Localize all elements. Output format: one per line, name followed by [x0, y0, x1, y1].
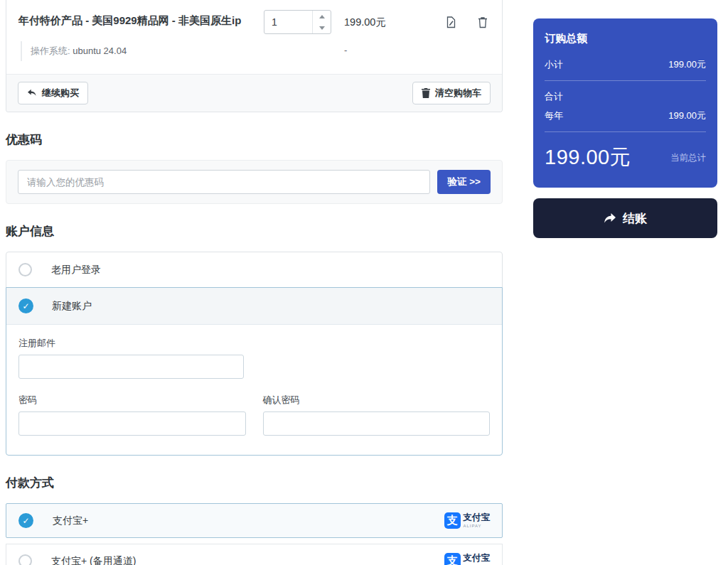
subtotal-label: 小计	[545, 58, 563, 71]
product-price: 199.00元	[331, 10, 445, 29]
new-account-label: 新建账户	[52, 300, 92, 313]
cycle-row: 每年 199.00元	[545, 109, 706, 122]
clear-cart-button[interactable]: 清空购物车	[412, 82, 491, 104]
payment-option-alipay-backup[interactable]: 支付宝+ (备用通道) 支 支付宝 ALIPAY	[6, 544, 503, 565]
config-price: -	[331, 41, 445, 61]
coupon-input[interactable]	[18, 170, 430, 194]
reply-arrow-icon	[27, 89, 37, 97]
checkout-label: 结账	[623, 210, 647, 227]
payment-heading: 付款方式	[6, 475, 503, 491]
validate-coupon-button[interactable]: 验证 >>	[437, 170, 491, 194]
checkout-button[interactable]: 结账	[533, 198, 717, 238]
clear-cart-label: 清空购物车	[435, 87, 481, 99]
option-existing-user[interactable]: 老用户登录	[6, 252, 503, 288]
alipay-mark-icon: 支	[444, 553, 461, 565]
summary-title: 订购总额	[545, 32, 706, 45]
radio-selected-icon[interactable]: ✓	[18, 513, 33, 528]
alipay-logo-cn: 支付宝	[464, 554, 491, 563]
radio-selected-icon[interactable]: ✓	[18, 298, 33, 313]
cycle-value: 199.00元	[668, 109, 706, 122]
continue-shopping-label: 继续购买	[42, 87, 79, 99]
payment-option-alipay[interactable]: ✓ 支付宝+ 支 支付宝 ALIPAY	[6, 503, 503, 538]
order-summary-card: 订购总额 小计 199.00元 合计 每年 199.00元 199.00元 当前…	[533, 18, 717, 188]
cart-card: 年付特价产品 - 美国9929精品网 - 非美国原生ip 1 199.00元	[6, 0, 503, 112]
product-title: 年付特价产品 - 美国9929精品网 - 非美国原生ip	[18, 10, 264, 28]
edit-item-button[interactable]	[446, 16, 456, 28]
alipay-logo-icon: 支 支付宝 ALIPAY	[444, 553, 491, 565]
config-value: ubuntu 24.04	[73, 45, 127, 56]
quantity-up-button[interactable]	[313, 11, 331, 22]
account-section: 老用户登录 ✓ 新建账户 注册邮件 密码 确认密码	[6, 252, 503, 456]
radio-unselected-icon[interactable]	[18, 263, 32, 276]
alipay-mark-icon: 支	[444, 512, 461, 529]
cart-footer: 继续购买 清空购物车	[6, 74, 502, 112]
alipay-logo-en: ALIPAY	[464, 524, 491, 528]
total-label-row: 合计	[545, 90, 706, 103]
total-label: 合计	[545, 90, 563, 103]
row-actions	[445, 10, 490, 28]
chevron-down-icon	[319, 26, 325, 30]
trash-filled-icon	[422, 88, 430, 98]
forward-arrow-icon	[604, 212, 616, 224]
cycle-label: 每年	[545, 109, 563, 122]
edit-file-icon	[446, 20, 456, 31]
email-field[interactable]	[18, 355, 244, 379]
alipay-logo-cn: 支付宝	[464, 513, 491, 522]
register-block: ✓ 新建账户 注册邮件 密码 确认密码	[6, 287, 503, 456]
radio-unselected-icon[interactable]	[18, 554, 32, 565]
config-label: 操作系统:	[31, 45, 70, 56]
grand-total-label: 当前总计	[670, 152, 706, 164]
subtotal-value: 199.00元	[668, 58, 706, 71]
trash-icon	[478, 20, 488, 31]
item-config-row: 操作系统: ubuntu 24.04 -	[6, 38, 502, 74]
email-label: 注册邮件	[18, 337, 490, 350]
payment-option-label: 支付宝+ (备用通道)	[51, 555, 425, 565]
divider	[545, 131, 706, 132]
payment-option-label: 支付宝+	[53, 515, 425, 527]
confirm-password-label: 确认密码	[263, 394, 491, 407]
payment-section: ✓ 支付宝+ 支 支付宝 ALIPAY 支付宝+ (备用通道) 支 支付宝	[6, 503, 503, 565]
subtotal-row: 小计 199.00元	[545, 58, 706, 71]
account-form: 注册邮件 密码 确认密码	[6, 325, 502, 455]
order-summary-sidebar: 订购总额 小计 199.00元 合计 每年 199.00元 199.00元 当前…	[533, 18, 717, 238]
alipay-logo-icon: 支 支付宝 ALIPAY	[444, 512, 491, 529]
grand-total-row: 199.00元 当前总计	[545, 144, 706, 172]
existing-user-label: 老用户登录	[51, 264, 101, 276]
chevron-up-icon	[319, 15, 325, 18]
continue-shopping-button[interactable]: 继续购买	[18, 82, 88, 104]
delete-item-button[interactable]	[478, 16, 488, 28]
main-column: 年付特价产品 - 美国9929精品网 - 非美国原生ip 1 199.00元	[6, 0, 503, 565]
option-new-account[interactable]: ✓ 新建账户	[6, 288, 502, 325]
cart-item-row: 年付特价产品 - 美国9929精品网 - 非美国原生ip 1 199.00元	[6, 0, 502, 38]
coupon-panel: 验证 >>	[6, 160, 503, 204]
grand-total-value: 199.00元	[545, 144, 631, 172]
quantity-spinner[interactable]	[312, 11, 331, 33]
quantity-down-button[interactable]	[313, 22, 331, 33]
quantity-value[interactable]: 1	[264, 11, 312, 33]
password-grid: 密码 确认密码	[18, 394, 490, 436]
config-info: 操作系统: ubuntu 24.04	[21, 41, 331, 61]
quantity-stepper[interactable]: 1	[264, 10, 331, 34]
account-heading: 账户信息	[6, 223, 503, 240]
checkout-page: 年付特价产品 - 美国9929精品网 - 非美国原生ip 1 199.00元	[0, 0, 728, 565]
confirm-password-field[interactable]	[263, 411, 491, 436]
coupon-heading: 优惠码	[6, 131, 503, 148]
password-label: 密码	[18, 394, 246, 407]
password-field[interactable]	[18, 411, 246, 436]
divider	[545, 80, 706, 81]
